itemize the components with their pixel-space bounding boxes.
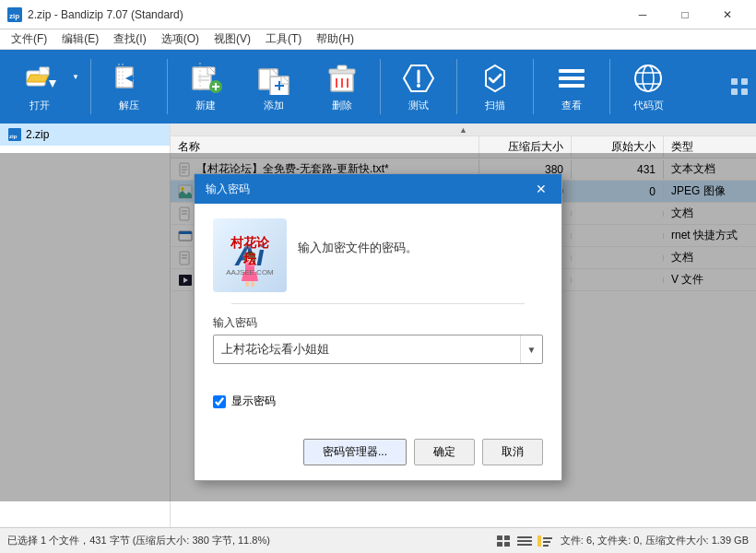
svg-rect-78 (497, 542, 502, 547)
menu-help[interactable]: 帮助(H) (309, 29, 361, 49)
dialog-figure (236, 252, 264, 288)
svg-rect-40 (559, 76, 585, 80)
menu-tools[interactable]: 工具(T) (258, 29, 309, 49)
status-right: 文件: 6, 文件夹: 0, 压缩文件大小: 1.39 GB (561, 534, 749, 547)
dialog-body: Ai (195, 204, 561, 439)
password-dialog: 输入密码 ✕ Ai (194, 173, 562, 481)
password-dropdown-arrow[interactable]: ▼ (520, 335, 542, 363)
dialog-title: 输入密码 (206, 182, 250, 197)
delete-label: 删除 (332, 99, 352, 112)
window-controls: ─ □ ✕ (621, 0, 749, 29)
toolbar-sep-1 (90, 59, 91, 114)
toolbar-sep-4 (456, 59, 457, 114)
list-view-icon[interactable] (516, 535, 533, 547)
code-button[interactable]: 代码页 (616, 53, 680, 120)
test-icon (402, 62, 435, 95)
toolbar: 打开 ▼ 解压 (0, 50, 756, 124)
scan-button[interactable]: 扫描 (463, 53, 527, 120)
new-button[interactable]: 新建 (173, 53, 238, 120)
svg-rect-79 (504, 542, 510, 547)
add-button[interactable]: 添加 (242, 53, 306, 120)
sidebar-item-zip[interactable]: zip 2.zip (0, 124, 170, 146)
maximize-button[interactable]: □ (664, 0, 706, 29)
svg-rect-83 (537, 535, 541, 547)
svg-rect-49 (741, 88, 748, 95)
dialog-prompt-text: 输入加密文件的密码。 (298, 240, 543, 256)
app-grid-icon[interactable] (730, 77, 749, 96)
svg-rect-39 (559, 69, 585, 73)
dialog-spacer (213, 375, 543, 394)
open-tool-group: 打开 ▼ (7, 53, 85, 120)
close-button[interactable]: ✕ (706, 0, 749, 29)
svg-marker-6 (49, 80, 56, 88)
title-bar: zip 2.zip - Bandizip 7.07 (Standard) ─ □… (0, 0, 756, 29)
grid-view-icon[interactable] (496, 535, 513, 547)
status-bar: 已选择 1 个文件，431 字节 (压缩后大小: 380 字节, 11.8%) … (0, 527, 756, 553)
password-input[interactable] (214, 337, 520, 362)
view-button[interactable]: 查看 (539, 53, 604, 120)
svg-rect-48 (731, 88, 738, 95)
dialog-prompt-area: 输入加密文件的密码。 (298, 240, 543, 271)
scan-icon (478, 62, 512, 95)
add-label: 添加 (264, 99, 284, 112)
zip-icon: zip (7, 127, 22, 142)
show-password-label: 显示密码 (231, 394, 276, 409)
dialog-overlay: 输入密码 ✕ Ai (0, 153, 756, 501)
password-manager-button[interactable]: 密码管理器... (303, 439, 407, 465)
svg-rect-84 (543, 537, 552, 539)
collapse-handle[interactable]: ▲ (171, 124, 756, 136)
svg-rect-46 (731, 78, 738, 85)
code-label: 代码页 (633, 99, 664, 112)
main-area: zip 2.zip ▲ 名称 压缩后大小 原始大小 类型 【村花论坛】全免费-无… (0, 124, 756, 527)
menu-view[interactable]: 视图(V) (207, 29, 258, 49)
svg-marker-23 (270, 69, 278, 76)
delete-button[interactable]: 删除 (310, 53, 374, 120)
svg-rect-80 (517, 536, 532, 538)
open-dropdown-arrow[interactable]: ▼ (72, 73, 85, 101)
svg-marker-26 (281, 76, 289, 84)
toolbar-sep-2 (167, 59, 168, 114)
password-input-row: ▼ (213, 335, 543, 364)
add-icon (257, 62, 290, 95)
svg-marker-12 (138, 75, 146, 82)
menu-file[interactable]: 文件(F) (4, 29, 54, 49)
menu-edit[interactable]: 编辑(E) (54, 29, 106, 49)
app-icon: zip (7, 7, 22, 22)
svg-rect-74 (245, 281, 249, 287)
dialog-close-button[interactable]: ✕ (532, 180, 550, 198)
collapse-icon: ▲ (459, 125, 467, 135)
svg-rect-81 (517, 540, 532, 542)
svg-point-38 (417, 84, 420, 88)
svg-rect-47 (741, 78, 748, 85)
show-password-checkbox[interactable] (213, 395, 226, 408)
menu-bar: 文件(F) 编辑(E) 查找(I) 选项(O) 视图(V) 工具(T) 帮助(H… (0, 29, 756, 50)
open-label: 打开 (30, 99, 50, 112)
minimize-button[interactable]: ─ (621, 0, 664, 29)
svg-rect-77 (504, 535, 510, 540)
dialog-footer: 密码管理器... 确定 取消 (195, 439, 561, 480)
delete-icon (325, 62, 359, 95)
detail-view-icon[interactable] (537, 535, 553, 547)
status-icons (496, 535, 553, 547)
svg-point-42 (635, 65, 661, 91)
test-button[interactable]: 测试 (386, 53, 451, 120)
dialog-titlebar: 输入密码 ✕ (195, 174, 561, 204)
menu-find[interactable]: 查找(I) (106, 29, 153, 49)
extract-label: 解压 (119, 99, 139, 112)
open-icon (23, 62, 56, 95)
svg-rect-72 (245, 262, 254, 273)
cancel-button[interactable]: 取消 (482, 439, 543, 465)
toolbar-sep-3 (380, 59, 381, 114)
ok-button[interactable]: 确定 (414, 439, 475, 465)
toolbar-sep-6 (609, 59, 610, 114)
svg-marker-3 (27, 75, 49, 82)
svg-point-43 (643, 65, 654, 91)
sidebar-zip-label: 2.zip (26, 128, 49, 141)
menu-options[interactable]: 选项(O) (154, 29, 207, 49)
toolbar-sep-5 (533, 59, 534, 114)
status-left: 已选择 1 个文件，431 字节 (压缩后大小: 380 字节, 11.8%) (7, 534, 489, 547)
svg-marker-15 (207, 67, 215, 75)
extract-button[interactable]: 解压 (97, 53, 161, 120)
open-button[interactable]: 打开 (7, 53, 72, 120)
new-label: 新建 (195, 99, 216, 112)
